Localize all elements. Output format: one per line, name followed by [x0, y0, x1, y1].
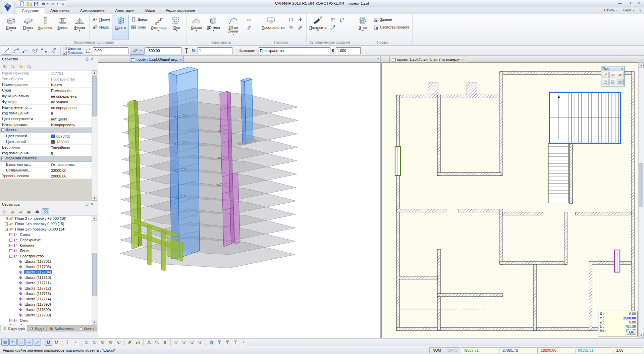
close-contour-checkbox[interactable]: ✓	[63, 51, 67, 55]
new-grid-icon[interactable]	[25, 208, 33, 215]
zoom-select-icon[interactable]	[153, 339, 161, 346]
property-row[interactable]: Функциональна...не определена	[0, 93, 92, 99]
diagram-icon[interactable]	[134, 339, 142, 346]
expander-icon[interactable]: −	[9, 255, 12, 258]
collapse-icon[interactable]: −	[1, 129, 4, 132]
pin-panel-icon[interactable]: ⚓	[84, 202, 90, 207]
tree-item[interactable]: +План 2-го поверху +3,000 (16)	[0, 216, 92, 221]
redo-icon[interactable]	[50, 1, 56, 7]
ribbon-button-piles[interactable]	[328, 16, 337, 23]
tab-3d-view[interactable]: проект 1.spf:Общий вид ×	[129, 56, 184, 62]
expander-icon[interactable]	[14, 260, 17, 263]
property-row[interactable]: Цвет линий785050	[0, 139, 92, 145]
expander-icon[interactable]: −	[5, 228, 8, 231]
expander-icon[interactable]: +	[5, 217, 8, 220]
ribbon-button-3D по линии[interactable]: 3D по линии▼	[222, 15, 244, 40]
new-building-icon[interactable]	[9, 208, 17, 215]
name-input[interactable]	[259, 47, 330, 54]
tree-item[interactable]: +{Окно	[0, 318, 92, 323]
grid-snap-icon[interactable]	[1, 339, 9, 346]
panel-tab-Структура[interactable]: Структура	[1, 325, 28, 332]
tree-item[interactable]: +План 1-го поверху 0,000 (15)	[0, 221, 92, 226]
ribbon-button-Дверь[interactable]: Дверь	[129, 16, 149, 23]
point-snap-icon[interactable]	[25, 339, 33, 346]
save-icon[interactable]	[33, 1, 39, 7]
chain-checkbox[interactable]: ✓	[63, 47, 67, 50]
ribbon-button-Балка[interactable]: Балка	[54, 15, 71, 40]
visibility-yellow-icon[interactable]	[189, 339, 196, 346]
property-group-row[interactable]: −Верхняя отметка	[0, 156, 92, 162]
select-mode-icon[interactable]	[49, 47, 58, 55]
sort-az-icon[interactable]: AZ	[9, 63, 17, 70]
tree-item[interactable]: +{Линия	[0, 248, 92, 253]
ribbon-button-load-arrow[interactable]	[296, 16, 305, 23]
spline-mode-icon[interactable]	[21, 47, 30, 55]
ribbon-button-load-line[interactable]	[286, 23, 296, 31]
ribbon-tab-Создание[interactable]: Создание	[16, 7, 45, 14]
expander-icon[interactable]: +	[9, 239, 12, 242]
shaded-icon[interactable]	[99, 339, 106, 346]
ribbon-button-Свойства проекта[interactable]: Свойства проекта	[372, 23, 411, 31]
ribbon-button-Построить[interactable]: Построить▼	[308, 15, 328, 40]
ribbon-button-Окно[interactable]: Окно	[129, 23, 149, 31]
ribbon-button-Проем[interactable]: Проем	[91, 16, 112, 23]
property-row[interactable]: Цвет поверхностинет цвета	[0, 116, 92, 122]
expander-icon[interactable]	[14, 314, 17, 317]
palette-button-box-top-icon[interactable]	[602, 79, 609, 85]
property-row[interactable]: Тип объектаПространство	[0, 76, 92, 82]
level-icon[interactable]	[84, 47, 92, 54]
ribbon-button-corbel[interactable]	[245, 23, 254, 31]
expander-icon[interactable]	[14, 292, 17, 295]
ribbon-button-Этаж[interactable]: Этаж▼	[355, 15, 371, 40]
angle-snap-icon[interactable]	[17, 339, 25, 346]
panel-tab-Листы[interactable]: Листы	[76, 325, 97, 332]
plan-view-canvas[interactable]: Про... × X :0.00Y :3500.00Z :0.00L :751.…	[381, 62, 638, 338]
ribbon-button-3D тела[interactable]: 3D тела▼	[205, 15, 222, 40]
palette-button-box-front-icon[interactable]	[609, 79, 616, 85]
property-row[interactable]: Идентификатор117704	[0, 70, 92, 76]
ribbon-button-load-point[interactable]	[286, 16, 296, 23]
pan-icon[interactable]	[161, 339, 169, 346]
k-input[interactable]	[336, 47, 361, 54]
tree-item[interactable]: Шахта (117714)	[0, 296, 92, 302]
expander-icon[interactable]	[14, 298, 17, 301]
tab-close-icon[interactable]: ×	[461, 58, 464, 61]
ribbon-button-Оси[interactable]: Оси▼	[168, 15, 185, 40]
expander-icon[interactable]	[14, 276, 17, 279]
panel-tab-Виды[interactable]: Виды	[28, 325, 47, 332]
ribbon-button-Крыша[interactable]: Крыша▼	[188, 15, 205, 40]
level-pin-icon[interactable]	[64, 339, 71, 346]
ribbon-button-Колонна[interactable]: Колонна	[37, 15, 54, 40]
expander-icon[interactable]: +	[9, 249, 12, 252]
collapse-icon[interactable]: −	[1, 157, 4, 160]
3d-view-canvas[interactable]	[98, 62, 380, 338]
close-panel-icon[interactable]: ✕	[90, 57, 95, 61]
tree-item[interactable]: +{Перекрытие	[0, 237, 92, 243]
tree-item[interactable]: −План 1-го поверху -3,000 (14)	[0, 226, 92, 232]
ribbon-button-ramp[interactable]	[296, 23, 305, 31]
filter-yellow-icon[interactable]	[232, 339, 239, 346]
expander-icon[interactable]	[14, 282, 17, 285]
expander-icon[interactable]	[14, 308, 17, 311]
palette-button-plane-yellow-icon[interactable]	[609, 72, 616, 78]
pin-more-icon[interactable]	[72, 339, 79, 346]
ribbon-button-Ниша[interactable]: Ниша	[91, 23, 112, 31]
magnet-icon[interactable]	[45, 339, 52, 346]
expander-icon[interactable]: +	[5, 222, 8, 225]
tree-item[interactable]: Шахта (117701)	[0, 259, 92, 264]
binoculars-icon[interactable]	[34, 208, 41, 215]
expander-icon[interactable]	[14, 303, 17, 306]
ribbon-button-Шахта[interactable]: Шахта	[112, 15, 129, 40]
qat-overflow-icon[interactable]	[60, 1, 66, 7]
search-icon[interactable]	[25, 63, 33, 70]
window-menu-Стиль[interactable]: Стиль▼	[604, 8, 618, 12]
node-snap-icon[interactable]	[9, 339, 17, 346]
tab-close-icon[interactable]: ×	[179, 58, 181, 61]
textured-icon[interactable]	[107, 339, 114, 346]
ribbon-button-Стена[interactable]: Стена▼	[3, 15, 19, 40]
palette-button-box-iso-icon[interactable]	[617, 79, 624, 85]
visibility-green-icon[interactable]	[180, 339, 188, 346]
window-menu-Окно[interactable]: Окно▼	[623, 8, 635, 12]
undo-icon[interactable]	[40, 1, 46, 7]
tree-item[interactable]: −{Пространство	[0, 253, 92, 259]
